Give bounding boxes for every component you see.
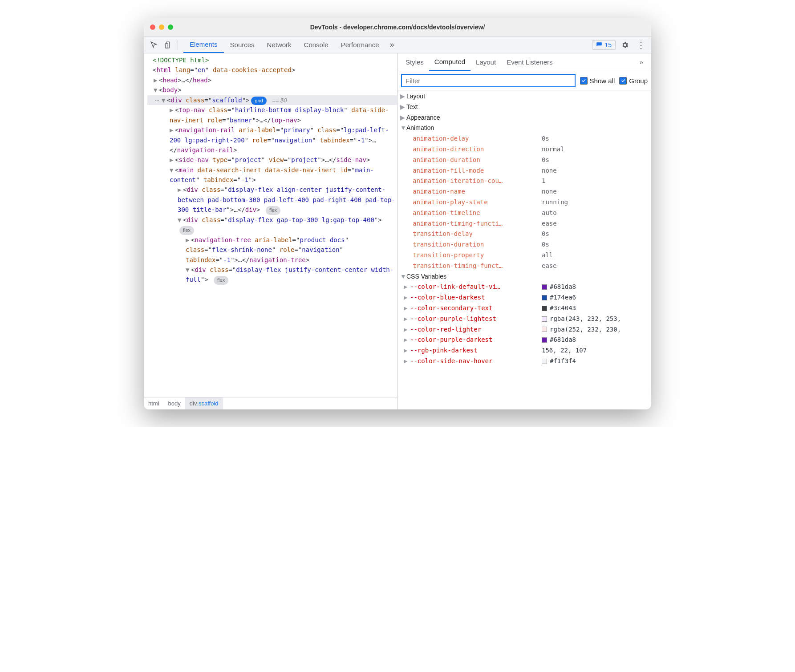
dom-node[interactable]: ▼<body> (147, 85, 397, 95)
computed-property[interactable]: animation-directionnormal (398, 144, 651, 155)
computed-property[interactable]: animation-timing-functi…ease (398, 219, 651, 229)
computed-property[interactable]: transition-delay0s (398, 229, 651, 239)
filter-row: Show all Group (398, 71, 651, 90)
filter-input[interactable] (401, 74, 576, 87)
css-variable[interactable]: ▶--color-link-default-vi…#681da8 (398, 282, 651, 292)
computed-property[interactable]: animation-iteration-cou…1 (398, 176, 651, 186)
tab-console[interactable]: Console (298, 36, 335, 53)
computed-property[interactable]: transition-propertyall (398, 250, 651, 261)
window-titlebar: DevTools - developer.chrome.com/docs/dev… (144, 18, 651, 36)
css-variable[interactable]: ▶--rgb-pink-darkest156, 22, 107 (398, 345, 651, 356)
subtab-styles[interactable]: Styles (400, 53, 429, 71)
group-text[interactable]: ▶Text (398, 102, 651, 113)
crumb-div[interactable]: div.scaffold (185, 397, 223, 409)
show-all-checkbox[interactable]: Show all (580, 77, 615, 85)
css-variable[interactable]: ▶--color-red-lighterrgba(252, 232, 230, (398, 324, 651, 335)
dom-node[interactable]: ▶<side-nav type="project" view="project"… (147, 155, 397, 165)
dom-node[interactable]: ▶<head>…</head> (147, 75, 397, 85)
tab-elements[interactable]: Elements (183, 36, 224, 53)
computed-property[interactable]: transition-timing-funct…ease (398, 261, 651, 271)
computed-property[interactable]: animation-duration0s (398, 155, 651, 166)
css-variable[interactable]: ▶--color-blue-darkest#174ea6 (398, 292, 651, 303)
css-variable[interactable]: ▶--color-secondary-text#3c4043 (398, 303, 651, 314)
svg-rect-1 (165, 44, 168, 48)
crumb-body[interactable]: body (164, 397, 185, 409)
more-tabs-icon[interactable]: » (385, 38, 399, 52)
css-variable[interactable]: ▶--color-purple-darkest#681da8 (398, 335, 651, 345)
tab-sources[interactable]: Sources (224, 36, 261, 53)
computed-list[interactable]: ▶Layout▶Text▶Appearance▼Animationanimati… (398, 90, 651, 409)
tab-performance[interactable]: Performance (335, 36, 385, 53)
subtab-computed[interactable]: Computed (429, 53, 471, 71)
dom-node[interactable]: ▶<navigation-tree aria-label="product do… (147, 235, 397, 265)
main-split: <!DOCTYPE html><html lang="en" data-cook… (144, 53, 651, 409)
device-mode-icon[interactable] (162, 38, 175, 52)
devtools-window: DevTools - developer.chrome.com/docs/dev… (144, 18, 651, 409)
dom-node[interactable]: ▶<top-nav class="hairline-bottom display… (147, 105, 397, 125)
group-appearance[interactable]: ▶Appearance (398, 113, 651, 123)
issues-count: 15 (604, 41, 612, 49)
kebab-icon[interactable]: ⋮ (634, 38, 648, 52)
css-variable[interactable]: ▶--color-purple-lightestrgba(243, 232, 2… (398, 314, 651, 324)
elements-panel: <!DOCTYPE html><html lang="en" data-cook… (144, 53, 398, 409)
computed-property[interactable]: animation-timelineauto (398, 208, 651, 219)
subtab-event-listeners[interactable]: Event Listeners (501, 53, 558, 71)
sidebar-panel: StylesComputedLayoutEvent Listeners» Sho… (398, 53, 651, 409)
toolbar-left (144, 38, 183, 52)
dom-node[interactable]: ▼<div class="display-flex gap-top-300 lg… (147, 215, 397, 235)
toolbar-right: 15 ⋮ (592, 38, 651, 52)
dom-node[interactable]: ▼<main data-search-inert data-side-nav-i… (147, 165, 397, 185)
dom-node[interactable]: <!DOCTYPE html> (147, 55, 397, 65)
crumb-html[interactable]: html (144, 397, 164, 409)
group-checkbox[interactable]: Group (619, 77, 648, 85)
dom-tree[interactable]: <!DOCTYPE html><html lang="en" data-cook… (144, 53, 397, 397)
computed-property[interactable]: animation-namenone (398, 186, 651, 197)
subtab-layout[interactable]: Layout (471, 53, 501, 71)
group-css-variables[interactable]: ▼CSS Variables (398, 271, 651, 282)
computed-property[interactable]: animation-delay0s (398, 134, 651, 144)
dom-node[interactable]: ▶<div class="display-flex align-center j… (147, 185, 397, 215)
group-animation[interactable]: ▼Animation (398, 123, 651, 134)
sidebar-tabs: StylesComputedLayoutEvent Listeners» (398, 53, 651, 71)
more-subtabs-icon[interactable]: » (634, 53, 649, 71)
issues-button[interactable]: 15 (592, 40, 616, 50)
panel-tabs: ElementsSourcesNetworkConsolePerformance… (144, 36, 651, 53)
tab-network[interactable]: Network (261, 36, 298, 53)
dom-node[interactable]: ▼<div class="display-flex justify-conten… (147, 265, 397, 285)
dom-node[interactable]: ▶<navigation-rail aria-label="primary" c… (147, 125, 397, 155)
inspect-icon[interactable] (147, 38, 161, 52)
computed-property[interactable]: animation-play-staterunning (398, 197, 651, 208)
computed-property[interactable]: transition-duration0s (398, 239, 651, 250)
group-layout[interactable]: ▶Layout (398, 91, 651, 102)
breadcrumb[interactable]: htmlbodydiv.scaffold (144, 397, 397, 409)
dom-node[interactable]: ⋯▼<div class="scaffold">grid == $0 (147, 95, 397, 105)
window-title: DevTools - developer.chrome.com/docs/dev… (144, 24, 651, 31)
computed-property[interactable]: animation-fill-modenone (398, 166, 651, 176)
dom-node[interactable]: <html lang="en" data-cookies-accepted> (147, 65, 397, 75)
gear-icon[interactable] (618, 38, 632, 52)
css-variable[interactable]: ▶--color-side-nav-hover#f1f3f4 (398, 356, 651, 367)
separator (178, 40, 178, 50)
